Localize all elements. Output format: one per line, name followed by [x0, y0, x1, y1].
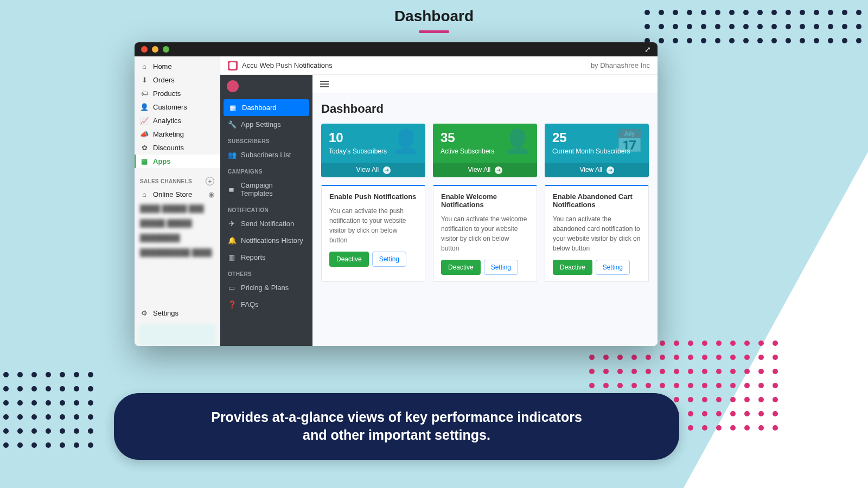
sidebar-item-analytics[interactable]: 📈Analytics	[135, 114, 220, 127]
nav-label: Reports	[241, 253, 266, 261]
app-title: Accu Web Push Notifications	[242, 61, 333, 69]
sidebar-item-label: Home	[153, 62, 172, 70]
setting-button[interactable]: Setting	[484, 260, 518, 275]
app-logo-icon	[228, 61, 238, 70]
home-icon: ⌂	[140, 62, 149, 70]
sidebar-item-products[interactable]: 🏷Products	[135, 87, 220, 100]
stat-view-all[interactable]: View All ➜	[433, 163, 537, 177]
sidebar-item-label: Orders	[153, 76, 175, 84]
stat-bg-icon: 👤	[503, 128, 532, 155]
nav-section-others: OTHERS	[220, 266, 312, 279]
nav-dashboard[interactable]: ▦ Dashboard	[224, 99, 309, 116]
sidebar-item-marketing[interactable]: 📣Marketing	[135, 127, 220, 141]
shopify-sidebar: ⌂Home⬇Orders🏷Products👤Customers📈Analytic…	[135, 56, 220, 346]
sidebar-item-orders[interactable]: ⬇Orders	[135, 73, 220, 87]
app-sidebar-logo	[220, 75, 312, 99]
analytics-icon: 📈	[140, 117, 149, 125]
nav-subscribers-list[interactable]: 👥 Subscribers List	[220, 146, 312, 163]
sidebar-item-apps[interactable]: ▦Apps	[135, 155, 220, 168]
nav-label: Notifications History	[241, 236, 303, 245]
grid-icon: ▦	[229, 104, 237, 112]
feature-card-1: Enable Welcome NotificationsYou can acti…	[433, 185, 537, 282]
view-store-icon[interactable]: ◉	[208, 190, 214, 198]
card-title: Enable Welcome Notifications	[441, 192, 529, 209]
sidebar-item-customers[interactable]: 👤Customers	[135, 100, 220, 114]
sidebar-item-label: Customers	[153, 103, 187, 111]
feature-card-2: Enable Abandoned Cart NotificationsYou c…	[545, 185, 649, 282]
window-expand-icon[interactable]: ⤢	[644, 45, 651, 54]
nav-send-notification[interactable]: ✈ Send Notification	[220, 215, 312, 232]
sidebar-item-home[interactable]: ⌂Home	[135, 60, 220, 73]
nav-label: Subscribers List	[241, 151, 291, 159]
sidebar-item-settings[interactable]: ⚙ Settings	[135, 306, 220, 320]
sidebar-item-online-store[interactable]: ⌂ Online Store ◉	[135, 188, 220, 201]
stat-view-all[interactable]: View All ➜	[545, 163, 649, 177]
arrow-right-icon: ➜	[383, 166, 391, 174]
stat-card-2: 25Current Month Subscribers📅View All ➜	[545, 124, 649, 177]
setting-button[interactable]: Setting	[372, 252, 406, 267]
products-icon: 🏷	[140, 89, 149, 98]
app-sidebar: ▦ Dashboard 🔧 App Settings SUBSCRIBERS 👥…	[220, 75, 312, 346]
marketing-icon: 📣	[140, 130, 149, 138]
nav-campaign-templates[interactable]: ≣ Campaign Templates	[220, 177, 312, 202]
nav-app-settings[interactable]: 🔧 App Settings	[220, 116, 312, 133]
main-content: Dashboard 10Today's Subscribers👤View All…	[312, 75, 658, 346]
window-close-icon[interactable]	[141, 46, 148, 53]
sidebar-item-label: Discounts	[153, 144, 184, 152]
card-icon: ▭	[228, 284, 235, 292]
orders-icon: ⬇	[140, 76, 149, 84]
sidebar-item-label: Marketing	[153, 130, 184, 138]
store-icon: ⌂	[140, 190, 149, 198]
nav-label: Dashboard	[242, 104, 277, 112]
caption-line-2: and other important settings.	[136, 426, 658, 445]
nav-label: Pricing & Plans	[241, 284, 289, 292]
stat-card-0: 10Today's Subscribers👤View All ➜	[321, 124, 425, 177]
sidebar-item-discounts[interactable]: ✿Discounts	[135, 141, 220, 155]
sidebar-item-label: Online Store	[153, 190, 204, 198]
chart-icon: ▥	[228, 253, 235, 261]
apps-icon: ▦	[140, 157, 149, 165]
arrow-right-icon: ➜	[607, 166, 614, 174]
sidebar-item-label: Settings	[153, 309, 178, 317]
stat-card-1: 35Active Subscribers👤View All ➜	[433, 124, 537, 177]
blurred-channel-2: █████ █████	[135, 216, 220, 230]
nav-pricing[interactable]: ▭ Pricing & Plans	[220, 279, 312, 296]
feature-card-0: Enable Push NotificationsYou can activat…	[321, 185, 425, 282]
stat-bg-icon: 👤	[392, 128, 420, 155]
window-minimize-icon[interactable]	[152, 46, 158, 53]
window-zoom-icon[interactable]	[163, 46, 169, 53]
nav-section-subscribers: SUBSCRIBERS	[220, 133, 312, 146]
sales-channels-header: SALES CHANNELS	[140, 178, 192, 184]
gear-icon: ⚙	[140, 309, 149, 317]
nav-label: Campaign Templates	[241, 181, 305, 197]
app-vendor: by Dhanashree Inc	[591, 61, 650, 69]
nav-reports[interactable]: ▥ Reports	[220, 249, 312, 266]
stat-bg-icon: 📅	[615, 128, 643, 155]
arrow-right-icon: ➜	[495, 166, 502, 174]
deactive-button[interactable]: Deactive	[329, 252, 369, 267]
nav-faqs[interactable]: ❓ FAQs	[220, 296, 312, 313]
send-icon: ✈	[228, 220, 235, 228]
nav-label: FAQs	[241, 300, 259, 309]
setting-button[interactable]: Setting	[596, 260, 630, 275]
stat-view-all[interactable]: View All ➜	[321, 163, 425, 177]
nav-label: Send Notification	[241, 220, 294, 228]
hamburger-icon[interactable]	[320, 81, 329, 87]
deactive-button[interactable]: Deactive	[441, 260, 481, 275]
list-icon: ≣	[228, 185, 235, 194]
deactive-button[interactable]: Deactive	[553, 260, 592, 275]
users-icon: 👥	[228, 151, 235, 159]
help-icon: ❓	[228, 300, 235, 309]
nav-label: App Settings	[241, 120, 281, 129]
blurred-channel-1: ████ █████ ███	[135, 201, 220, 216]
hero-underline	[419, 30, 449, 33]
hero-title: Dashboard	[0, 8, 868, 25]
add-channel-icon[interactable]: +	[206, 177, 214, 185]
card-description: You can activate the welcome notificatio…	[441, 214, 529, 253]
discounts-icon: ✿	[140, 144, 149, 152]
window-titlebar: ⤢	[135, 42, 658, 56]
blurred-footer-badge	[139, 324, 215, 346]
blurred-channel-4: ██████████ ████	[135, 245, 220, 260]
card-description: You can activate the abandoned card noti…	[553, 214, 641, 253]
nav-notifications-history[interactable]: 🔔 Notifications History	[220, 232, 312, 249]
